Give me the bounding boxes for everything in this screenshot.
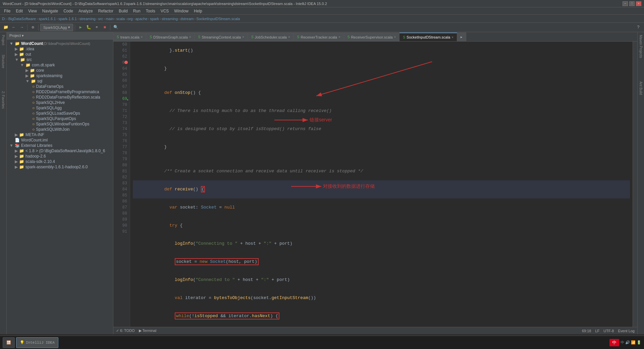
breadcrumb-D[interactable]: D: bbox=[2, 17, 6, 21]
left-tab-favorites[interactable]: 2: Favorites bbox=[1, 90, 6, 110]
close-button[interactable]: ✕ bbox=[636, 1, 641, 6]
tree-spark-assembly[interactable]: ▶ 📁 spark-assembly-1.6.1-hadoop2.6.0 bbox=[7, 164, 113, 170]
tab-streamingcontext-close[interactable]: × bbox=[242, 35, 244, 39]
breadcrumb-spark-161[interactable]: spark-1.6.1 bbox=[58, 17, 77, 21]
tab-tream[interactable]: S tream.scala × bbox=[113, 33, 146, 41]
status-terminal[interactable]: ▶ Terminal bbox=[139, 329, 156, 333]
breadcrumb-bigdata[interactable]: BigDataSoftware bbox=[8, 17, 36, 21]
toolbar-folder-btn[interactable]: 📁 bbox=[2, 24, 9, 31]
taskbar-start[interactable]: 🪟 bbox=[3, 337, 15, 348]
menu-window[interactable]: Window bbox=[171, 8, 191, 14]
menu-analyze[interactable]: Analyze bbox=[76, 8, 96, 14]
tree-dataframeops[interactable]: ○ DataFrameOps bbox=[7, 84, 113, 89]
menu-build[interactable]: Build bbox=[116, 8, 130, 14]
toolbar-search-btn[interactable]: 🔍 bbox=[112, 24, 119, 31]
tree-jdk[interactable]: ▶ 📁 < 1.8 > (D:\BigDataSoftware\Java\jdk… bbox=[7, 148, 113, 154]
maven-projects-tab[interactable]: Maven Projects bbox=[638, 34, 643, 59]
toolbar-back-btn[interactable]: ← bbox=[10, 24, 17, 31]
status-todo[interactable]: ✓ 6: TODO bbox=[116, 329, 135, 333]
breadcrumb-file[interactable]: SocketInputDStream.scala bbox=[196, 17, 240, 21]
tab-icon-streamingcontext: S bbox=[198, 35, 201, 39]
status-event-log[interactable]: Event Log bbox=[618, 329, 635, 333]
scrollbar-vertical[interactable] bbox=[633, 42, 637, 327]
tree-com-dt-spark[interactable]: ▼ 📁 com.dt.spark bbox=[7, 62, 113, 68]
toolbar-debug-btn[interactable]: 🐛 bbox=[85, 24, 92, 31]
toolbar-run-btn[interactable]: ▶ bbox=[77, 24, 84, 31]
left-tab-project[interactable]: Project bbox=[1, 34, 6, 47]
menu-edit[interactable]: Edit bbox=[13, 8, 25, 14]
toolbar-forward-btn[interactable]: → bbox=[18, 24, 25, 31]
ime-indicator[interactable]: 中 bbox=[609, 339, 619, 346]
menu-refactor[interactable]: Refactor bbox=[96, 8, 116, 14]
breadcrumb-main[interactable]: main bbox=[106, 17, 114, 21]
breadcrumb-org[interactable]: org bbox=[127, 17, 133, 21]
tree-core[interactable]: ▶ 📁 core bbox=[7, 68, 113, 73]
toolbar-help-btn[interactable]: ? bbox=[635, 24, 642, 31]
tab-socketinput-close[interactable]: × bbox=[451, 36, 453, 39]
tree-spark2hive[interactable]: ○ SparkSQL2Hive bbox=[7, 100, 113, 105]
menu-file[interactable]: File bbox=[1, 8, 13, 14]
left-tab-structure[interactable]: Structure bbox=[1, 53, 6, 70]
tree-hadoop[interactable]: ▶ 📁 hadoop-2.6 bbox=[7, 154, 113, 159]
tab-receivertracker[interactable]: S ReceiverTracker.scala × bbox=[294, 33, 344, 41]
tree-sparksqlwindow[interactable]: ○ SparkSQLWindowFuntionOps bbox=[7, 121, 113, 127]
minimize-button[interactable]: ─ bbox=[623, 1, 628, 6]
tree-idea[interactable]: ▶ 📁 .idea bbox=[7, 46, 113, 52]
menu-view[interactable]: View bbox=[25, 8, 40, 14]
ant-build-tab[interactable]: Ant Build bbox=[638, 80, 643, 96]
tab-receiversupervisor-close[interactable]: × bbox=[394, 35, 396, 39]
breadcrumb-spark161[interactable]: spark1.6.1 bbox=[39, 17, 56, 21]
breadcrumb-streaming[interactable]: streaming bbox=[79, 17, 96, 21]
menu-help[interactable]: Help bbox=[191, 8, 205, 14]
folder-icon5: 📁 bbox=[30, 68, 35, 73]
tab-jobscheduler[interactable]: S JobScheduler.scala × bbox=[248, 33, 294, 41]
tree-extlibs[interactable]: ▼ 📚 External Libraries bbox=[7, 143, 113, 148]
tree-root[interactable]: ▼ 📁 WordCount (D:\IdeaProjects\WordCount… bbox=[7, 41, 113, 46]
maximize-button[interactable]: □ bbox=[629, 1, 635, 6]
tab-dstreamgraph[interactable]: S DStreamGraph.scala × bbox=[146, 33, 195, 41]
tab-socketinputdstream[interactable]: S SocketInputDStream.scala × bbox=[399, 33, 457, 41]
tree-sql[interactable]: ▼ 📁 sql bbox=[7, 78, 113, 84]
breadcrumb-scala[interactable]: scala bbox=[116, 17, 125, 21]
toolbar-run-config-dropdown[interactable]: SparkSQLAgg ▾ bbox=[40, 24, 73, 31]
menu-navigate[interactable]: Navigate bbox=[40, 8, 61, 14]
toolbar-stop-btn[interactable]: ■ bbox=[101, 24, 108, 31]
tree-scala[interactable]: ▶ 📁 scala-sdk-2.10.4 bbox=[7, 159, 113, 164]
toolbar-settings-btn[interactable]: ⚙ bbox=[29, 24, 37, 31]
tab-receivertracker-close[interactable]: × bbox=[338, 35, 340, 39]
tree-sparksteaming[interactable]: ▶ 📁 sparksteaming bbox=[7, 73, 113, 78]
tab-dstreamgraph-close[interactable]: × bbox=[189, 35, 191, 39]
tree-rdd2df2[interactable]: ○ RDD2DataFrameByReflection.scala bbox=[7, 95, 113, 100]
tree-metainf[interactable]: ▶ 📁 META-INF bbox=[7, 132, 113, 137]
tabs-bar: S tream.scala × S DStreamGraph.scala × S… bbox=[113, 32, 637, 42]
breadcrumb-spark2[interactable]: spark bbox=[150, 17, 159, 21]
class-icon: ○ bbox=[32, 84, 35, 89]
menu-run[interactable]: Run bbox=[130, 8, 143, 14]
tree-sparksqlparq[interactable]: ○ SparkSQLParquetOps bbox=[7, 116, 113, 121]
tree-sparksqlwith[interactable]: ○ SparkSQLWithJoin bbox=[7, 127, 113, 132]
tree-out[interactable]: ▶ 📁 out bbox=[7, 52, 113, 57]
breadcrumb-streaming2[interactable]: streaming bbox=[162, 17, 178, 21]
tab-streamingcontext[interactable]: S StreamingContext.scala × bbox=[195, 33, 248, 41]
menu-vcs[interactable]: VCS bbox=[158, 8, 172, 14]
tree-wordcount-iml[interactable]: 📄 WordCount.iml bbox=[7, 137, 113, 143]
menu-tools[interactable]: Tools bbox=[143, 8, 158, 14]
tree-sparksqlagg[interactable]: ○ SparkSQLAgg bbox=[7, 105, 113, 111]
tree-sparksqlload[interactable]: ○ SparkSQLLoadSaveOps bbox=[7, 111, 113, 116]
tree-src[interactable]: ▼ 📁 src bbox=[7, 57, 113, 62]
code-content[interactable]: }.start() } def onStop() { // There is n… bbox=[130, 42, 633, 327]
tree-rdd2df[interactable]: ○ RDD2DataFrameByProgrammatica bbox=[7, 89, 113, 95]
tree-root-label: WordCount bbox=[21, 41, 43, 46]
tree-root-path: (D:\IdeaProjects\WordCount) bbox=[43, 42, 90, 46]
taskbar-idea[interactable]: 💡 IntelliJ IDEA bbox=[16, 337, 58, 348]
breadcrumb-dstream[interactable]: dstream bbox=[180, 17, 194, 21]
breadcrumb-apache[interactable]: apache bbox=[135, 17, 147, 21]
tab-tream-close[interactable]: × bbox=[141, 35, 143, 39]
menu-code[interactable]: Code bbox=[61, 8, 76, 14]
tab-jobscheduler-close[interactable]: × bbox=[288, 35, 290, 39]
breadcrumb-src[interactable]: src bbox=[98, 17, 103, 21]
class-icon3: ○ bbox=[32, 95, 35, 100]
tab-more[interactable]: ▸ bbox=[457, 33, 466, 41]
toolbar-coverage-btn[interactable]: ☂ bbox=[93, 24, 100, 31]
tab-receiversupervisor[interactable]: S ReceiverSupervisor.scala × bbox=[344, 33, 400, 41]
